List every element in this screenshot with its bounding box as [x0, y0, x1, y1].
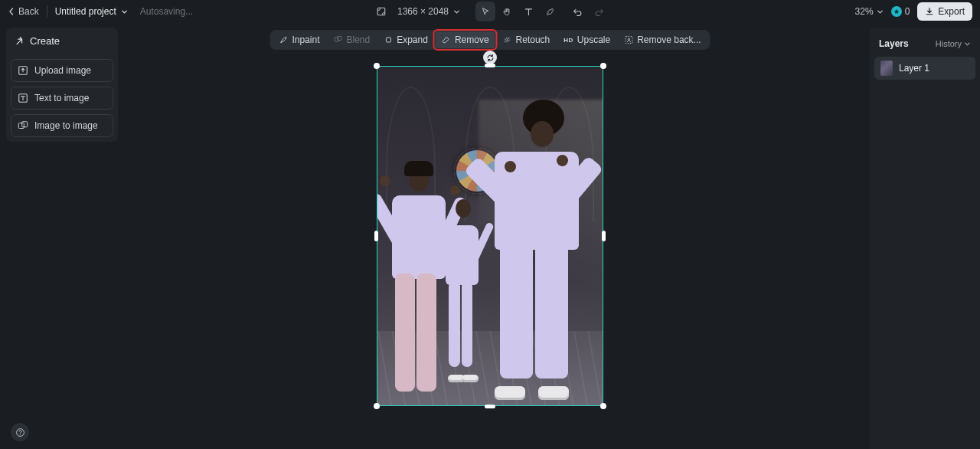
handle-bottom[interactable]	[485, 405, 495, 408]
autosave-status: Autosaving...	[140, 6, 193, 17]
remove-bg-label: Remove back...	[637, 34, 701, 45]
image-to-image-button[interactable]: Image to image	[11, 114, 113, 137]
hand-icon	[502, 7, 512, 17]
retouch-label: Retouch	[516, 34, 550, 45]
chevron-left-icon	[8, 8, 15, 15]
create-title: Create	[30, 35, 60, 47]
inpaint-icon	[279, 35, 288, 44]
dimensions-text: 1366 × 2048	[397, 6, 449, 17]
dimensions-dropdown[interactable]: 1366 × 2048	[397, 6, 460, 17]
zoom-dropdown[interactable]: 32%	[855, 6, 884, 17]
regenerate-button[interactable]	[483, 51, 497, 64]
upscale-label: Upscale	[577, 34, 610, 45]
create-panel: Create Upload image Text to image Image …	[6, 28, 118, 142]
project-name-dropdown[interactable]: Untitled project	[55, 6, 128, 17]
handle-bottom-left[interactable]	[374, 403, 380, 409]
upload-image-label: Upload image	[34, 65, 91, 76]
chevron-down-icon	[964, 41, 971, 48]
expand-tool[interactable]: Expand	[377, 31, 434, 48]
history-label: History	[936, 39, 962, 48]
chevron-down-icon	[453, 8, 460, 15]
upload-image-icon	[18, 65, 28, 76]
inpaint-tool[interactable]: Inpaint	[273, 31, 325, 48]
chevron-down-icon	[877, 8, 884, 15]
undo-button[interactable]	[567, 2, 587, 21]
text-to-image-icon	[18, 93, 28, 103]
eyedropper-icon	[545, 7, 555, 17]
layer-thumbnail	[880, 61, 893, 76]
remove-bg-icon	[624, 35, 633, 44]
redo-button[interactable]	[589, 2, 609, 21]
svg-rect-0	[377, 8, 385, 15]
crop-aspect-button[interactable]	[371, 2, 391, 21]
eraser-icon	[442, 35, 451, 44]
svg-rect-3	[18, 123, 24, 129]
chevron-down-icon	[121, 8, 128, 15]
image-to-image-label: Image to image	[34, 120, 98, 131]
inpaint-label: Inpaint	[292, 34, 319, 45]
export-label: Export	[938, 6, 965, 17]
back-button[interactable]: Back	[8, 6, 39, 17]
upscale-tool[interactable]: HD Upscale	[557, 31, 616, 48]
handle-right[interactable]	[602, 231, 606, 241]
blend-label: Blend	[346, 34, 370, 45]
handle-top[interactable]	[485, 64, 495, 67]
svg-rect-6	[338, 37, 341, 41]
edit-toolbar: Inpaint Blend Expand Remove Retouch HD U…	[270, 30, 710, 50]
remove-tool[interactable]: Remove	[436, 31, 495, 48]
create-header[interactable]: Create	[6, 28, 118, 54]
svg-rect-7	[386, 38, 390, 42]
credit-icon	[891, 6, 902, 17]
retouch-tool[interactable]: Retouch	[497, 31, 557, 48]
undo-icon	[573, 7, 583, 17]
refresh-icon	[486, 54, 495, 62]
eyedropper-tool[interactable]	[540, 2, 560, 21]
image-to-image-icon	[18, 120, 28, 131]
blend-tool: Blend	[327, 31, 376, 48]
hd-icon: HD	[564, 37, 573, 44]
pointer-tool[interactable]	[475, 2, 495, 21]
layer-row[interactable]: Layer 1	[874, 57, 975, 80]
export-button[interactable]: Export	[917, 2, 972, 21]
handle-top-left[interactable]	[374, 63, 380, 69]
handle-top-right[interactable]	[600, 63, 606, 69]
selection-outline	[377, 66, 603, 406]
text-to-image-button[interactable]: Text to image	[11, 87, 113, 110]
text-to-image-label: Text to image	[34, 93, 89, 103]
text-tool[interactable]	[518, 2, 538, 21]
credits-value: 0	[905, 6, 910, 17]
handle-bottom-right[interactable]	[600, 403, 606, 409]
top-bar: Back Untitled project Autosaving... 1366…	[0, 0, 980, 23]
svg-rect-4	[22, 122, 28, 127]
zoom-value: 32%	[855, 6, 874, 17]
back-label: Back	[18, 6, 39, 17]
blend-icon	[333, 35, 342, 44]
svg-point-9	[628, 38, 629, 40]
expand-label: Expand	[397, 34, 428, 45]
layers-panel: Layers History Layer 1	[870, 28, 980, 449]
help-icon	[15, 428, 25, 438]
remove-background-tool[interactable]: Remove back...	[618, 31, 707, 48]
hand-tool[interactable]	[497, 2, 517, 21]
retouch-icon	[503, 35, 512, 44]
expand-icon	[384, 35, 393, 44]
history-dropdown[interactable]: History	[936, 39, 971, 48]
layer-label: Layer 1	[899, 63, 929, 74]
remove-label: Remove	[455, 34, 489, 45]
aspect-icon	[376, 6, 387, 17]
handle-left[interactable]	[374, 231, 378, 241]
help-button[interactable]	[11, 423, 29, 441]
pointer-icon	[481, 7, 491, 17]
project-name: Untitled project	[55, 6, 116, 17]
credits-indicator[interactable]: 0	[891, 6, 910, 17]
upload-image-button[interactable]: Upload image	[11, 59, 113, 82]
divider	[47, 5, 47, 18]
download-icon	[925, 7, 934, 16]
svg-rect-5	[335, 38, 338, 41]
canvas-selection[interactable]	[377, 66, 603, 406]
redo-icon	[594, 7, 604, 17]
layers-title: Layers	[879, 38, 909, 49]
text-icon	[524, 7, 534, 17]
create-plus-icon	[14, 36, 24, 46]
